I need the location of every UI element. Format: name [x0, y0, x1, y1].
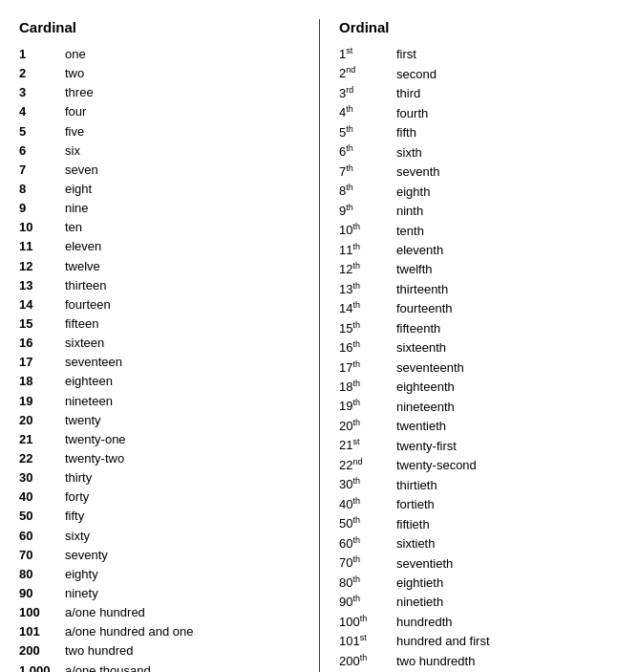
table-row: 18eighteen	[19, 372, 300, 391]
ordinal-number: 19th	[339, 397, 396, 416]
table-row: 100a/one hundred	[19, 603, 300, 622]
ordinal-number: 100th	[339, 613, 396, 632]
table-row: 15fifteen	[19, 314, 300, 334]
ordinal-list: 1stfirst2ndsecond3rdthird4thfourth5thfif…	[339, 45, 620, 672]
ordinal-word: eightieth	[396, 574, 443, 593]
cardinal-word: a/one hundred and one	[65, 622, 193, 641]
ordinal-word: thirtieth	[396, 476, 437, 495]
table-row: 70thseventieth	[339, 553, 620, 573]
table-row: 16thsixteenth	[339, 338, 620, 358]
table-row: 60sixty	[19, 527, 300, 546]
table-row: 8theighth	[339, 182, 620, 201]
ordinal-number: 12th	[339, 260, 396, 279]
table-row: 1one	[19, 45, 300, 64]
table-row: 17thseventeenth	[339, 358, 620, 378]
table-row: 12twelve	[19, 257, 300, 276]
ordinal-number: 10th	[339, 221, 396, 240]
table-row: 2two	[19, 64, 300, 83]
cardinal-word: nineteen	[65, 392, 113, 411]
cardinal-word: five	[65, 122, 84, 141]
table-row: 5five	[19, 122, 300, 141]
cardinal-word: fifteen	[65, 314, 98, 334]
cardinal-word: eleven	[65, 237, 101, 256]
ordinal-number: 6th	[339, 142, 396, 162]
cardinal-word: forty	[65, 488, 89, 507]
ordinal-number: 90th	[339, 593, 396, 612]
table-row: 10ten	[19, 218, 300, 237]
cardinal-number: 9	[19, 199, 65, 218]
ordinal-number: 40th	[339, 495, 396, 514]
table-row: 90thninetieth	[339, 593, 620, 612]
cardinal-word: a/one thousand	[65, 661, 151, 673]
table-row: 6thsixth	[339, 142, 620, 162]
table-row: 80eighty	[19, 565, 300, 584]
ordinal-number: 9th	[339, 202, 396, 221]
ordinal-number: 18th	[339, 378, 396, 397]
cardinal-number: 11	[19, 237, 65, 256]
ordinal-number: 2nd	[339, 64, 396, 83]
ordinal-word: third	[396, 84, 420, 103]
cardinal-word: eighteen	[65, 372, 113, 391]
ordinal-word: fourteenth	[396, 299, 453, 318]
ordinal-number: 8th	[339, 182, 396, 201]
table-row: 7seven	[19, 161, 300, 180]
table-row: 12thtwelfth	[339, 260, 620, 279]
table-row: 1stfirst	[339, 45, 620, 64]
ordinal-word: two hundredth	[396, 652, 475, 671]
cardinal-word: thirteen	[65, 276, 106, 295]
cardinal-number: 1	[19, 45, 65, 64]
ordinal-number: 17th	[339, 358, 396, 378]
table-row: 13ththirteenth	[339, 280, 620, 299]
cardinal-number: 3	[19, 83, 65, 102]
cardinal-number: 16	[19, 334, 65, 353]
ordinal-word: twenty-second	[396, 456, 477, 475]
table-row: 11theleventh	[339, 241, 620, 260]
table-row: 21twenty-one	[19, 430, 300, 449]
ordinal-word: eleventh	[396, 241, 443, 260]
cardinal-word: eight	[65, 180, 92, 199]
cardinal-word: eighty	[65, 565, 98, 584]
ordinal-word: ninetieth	[396, 593, 443, 612]
table-row: 100thhundredth	[339, 613, 620, 632]
ordinal-word: fifteenth	[396, 319, 440, 338]
cardinal-list: 1one2two3three4four5five6six7seven8eight…	[19, 45, 300, 672]
ordinal-word: fourth	[396, 104, 428, 123]
ordinal-number: 20th	[339, 417, 396, 436]
table-row: 5thfifth	[339, 123, 620, 142]
cardinal-number: 90	[19, 584, 65, 603]
table-row: 60thsixtieth	[339, 534, 620, 553]
table-row: 14thfourteenth	[339, 299, 620, 318]
column-divider	[319, 19, 320, 672]
table-row: 15thfifteenth	[339, 319, 620, 338]
cardinal-number: 7	[19, 161, 65, 180]
cardinal-number: 8	[19, 180, 65, 199]
ordinal-word: twentieth	[396, 417, 446, 436]
ordinal-number: 200th	[339, 652, 396, 671]
cardinal-number: 5	[19, 122, 65, 141]
cardinal-word: twelve	[65, 257, 100, 276]
cardinal-word: seventeen	[65, 353, 122, 372]
table-row: 16sixteen	[19, 334, 300, 353]
ordinal-word: sixtieth	[396, 534, 435, 553]
cardinal-word: sixty	[65, 527, 90, 546]
ordinal-word: seventieth	[396, 554, 453, 574]
table-row: 18theighteenth	[339, 378, 620, 397]
ordinal-word: nineteenth	[396, 398, 455, 417]
ordinal-column: Ordinal 1stfirst2ndsecond3rdthird4thfour…	[330, 19, 629, 672]
cardinal-word: thirty	[65, 468, 92, 488]
table-row: 6six	[19, 141, 300, 161]
table-row: 22twenty-two	[19, 449, 300, 468]
table-row: 4four	[19, 102, 300, 121]
table-row: 3rdthird	[339, 84, 620, 103]
cardinal-word: twenty-two	[65, 449, 124, 468]
cardinal-word: ten	[65, 218, 82, 237]
ordinal-word: second	[396, 65, 437, 84]
ordinal-word: eighteenth	[396, 378, 455, 397]
ordinal-number: 60th	[339, 534, 396, 553]
ordinal-word: seventeenth	[396, 358, 464, 378]
cardinal-word: one	[65, 45, 86, 64]
table-row: 30thirty	[19, 468, 300, 488]
ordinal-word: seventh	[396, 163, 440, 182]
ordinal-number: 4th	[339, 103, 396, 122]
cardinal-number: 19	[19, 392, 65, 411]
